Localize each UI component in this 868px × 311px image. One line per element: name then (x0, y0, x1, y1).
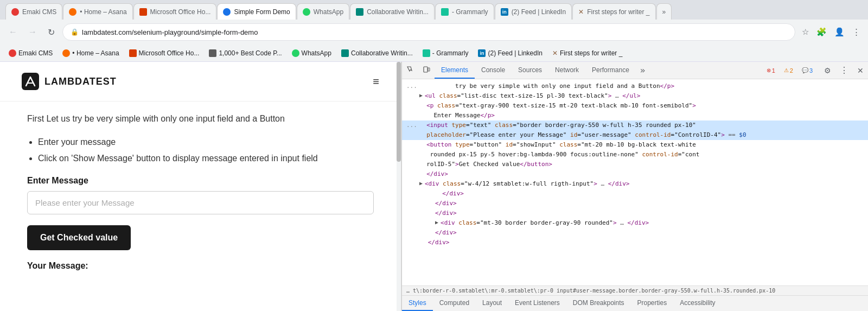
tab-label-lt: Simple Form Demo (234, 8, 290, 16)
devtools-more-tabs[interactable]: » (636, 65, 650, 75)
devtools-options-button[interactable]: ⋮ (835, 63, 853, 78)
bookmark-label-ms: Microsoft Office Ho... (139, 49, 200, 57)
bottom-tab-layout[interactable]: Layout (476, 296, 508, 311)
code-line-button-2: ... rounded px-15 py-5 hover:bg-lambda-9… (402, 150, 868, 160)
bookmark-ms[interactable]: Microsoft Office Ho... (125, 48, 204, 58)
device-icon (423, 66, 430, 73)
tab-more[interactable]: » (656, 3, 672, 20)
extensions-button[interactable]: 🧩 (814, 25, 829, 39)
bookmarks-button[interactable]: ☆ (800, 25, 811, 39)
profile-button[interactable]: 👤 (832, 25, 847, 39)
reload-button[interactable]: ↻ (44, 25, 58, 40)
code-line-close1: ... </div> (402, 169, 868, 179)
instruction-2: Click on 'Show Message' button to displa… (38, 153, 374, 164)
code-line-input[interactable]: ... <input type="text" class="border bor… (402, 120, 868, 130)
instructions-list: Enter your message Click on 'Show Messag… (38, 136, 374, 165)
bookmark-collaborative[interactable]: Collaborative Writin... (337, 48, 417, 58)
tab-grammarly[interactable]: - Grammarly (435, 3, 494, 20)
bookmark-asana[interactable]: • Home – Asana (58, 48, 123, 58)
tab-favicon-gram (441, 8, 449, 16)
tab-favicon-asana (69, 8, 76, 16)
forward-button[interactable]: → (25, 25, 40, 39)
tab-collaborative[interactable]: Collaborative Writin... (350, 3, 435, 20)
bottom-tab-accessibility[interactable]: Accessibility (673, 296, 722, 311)
bookmark-favicon-ms (129, 49, 137, 57)
tab-emaki-cms[interactable]: Emaki CMS (5, 3, 62, 20)
devtools-badges: ⊗ 1 ⚠ 2 💬 3 (760, 67, 820, 74)
devtools-tab-network[interactable]: Network (548, 62, 585, 79)
bookmark-firststeps[interactable]: ✕ First steps for writer _ (548, 48, 627, 58)
devtools-tab-sources[interactable]: Sources (512, 62, 548, 79)
bookmark-codepen[interactable]: 1,000+ Best Code P... (205, 48, 286, 58)
button-label: Get Checked value (40, 233, 118, 242)
address-bar[interactable]: 🔒 lambdatest.com/selenium-playground/sim… (62, 23, 795, 41)
get-checked-value-button[interactable]: Get Checked value (27, 225, 131, 250)
devtools-device-button[interactable] (418, 62, 435, 78)
code-line-2[interactable]: ... ▶ <ul class="list-disc text-size-15 … (402, 91, 868, 101)
tab-label-gram: - Grammarly (452, 8, 488, 16)
devtools-settings-button[interactable]: ⚙ (820, 64, 835, 77)
devtools-tab-elements[interactable]: Elements (435, 62, 475, 79)
scrollbar-track[interactable] (397, 62, 401, 311)
url-text: lambdatest.com/selenium-playground/simpl… (82, 28, 258, 36)
code-line-1: ... try be very simple with only one inp… (402, 81, 868, 91)
tab-firststeps[interactable]: ✕ First steps for writer _ (572, 3, 655, 20)
bookmark-grammarly[interactable]: - Grammarly (418, 48, 473, 58)
bookmark-favicon-asana (62, 49, 70, 57)
bookmark-whatsapp[interactable]: WhatsApp (288, 48, 336, 58)
bookmark-favicon-fs: ✕ (552, 49, 558, 57)
tab-favicon-lt (223, 8, 231, 16)
tab-label-wa: WhatsApp (314, 8, 343, 16)
bookmark-label-collab: Collaborative Writin... (351, 49, 413, 57)
code-line-button-3: ... rolID-5">Get Checked value</button> (402, 160, 868, 169)
tab-ms-office[interactable]: Microsoft Office Ho... (133, 3, 217, 20)
bottom-tab-computed[interactable]: Computed (433, 296, 476, 311)
bookmark-emaki[interactable]: Emaki CMS (4, 48, 57, 58)
devtools-tab-console[interactable]: Console (475, 62, 512, 79)
devtools-inspect-button[interactable] (402, 62, 418, 78)
tab-favicon-fs: ✕ (578, 8, 584, 16)
warn-badge: ⚠ 2 (781, 67, 796, 74)
bookmark-favicon-emaki (9, 49, 16, 57)
tab-favicon-emaki (11, 8, 19, 16)
more-options-button[interactable]: ⋮ (850, 25, 863, 39)
error-badge: ⊗ 1 (764, 67, 778, 74)
tab-label-li: (2) Feed | LinkedIn (512, 8, 566, 16)
code-line-close2: </div> (402, 189, 868, 199)
bottom-tab-styles[interactable]: Styles (402, 296, 433, 311)
bookmark-bar: Emaki CMS • Home – Asana Microsoft Offic… (0, 45, 868, 62)
website-panel: LAMBDATEST ≡ First Let us try be very si… (0, 62, 401, 311)
bottom-tab-dom-breakpoints[interactable]: DOM Breakpoints (566, 296, 631, 311)
tab-label-collab: Collaborative Writin... (367, 8, 429, 16)
info-badge: 💬 3 (799, 67, 815, 74)
tab-label-fs: First steps for writer _ (587, 8, 649, 16)
bottom-tab-event-listeners[interactable]: Event Listeners (508, 296, 566, 311)
tab-linkedin[interactable]: in (2) Feed | LinkedIn (495, 3, 572, 20)
tab-whatsapp[interactable]: WhatsApp (297, 3, 349, 20)
code-line-div-w412[interactable]: ... ▶ <div class="w-4/12 smtablet:w-full… (402, 179, 868, 189)
bookmark-label-gram: - Grammarly (432, 49, 469, 57)
lambdatest-logo-icon (22, 73, 39, 90)
bookmark-favicon-collab (341, 49, 349, 57)
tab-favicon-ms (139, 8, 147, 16)
menu-icon[interactable]: ≡ (373, 75, 379, 88)
back-button[interactable]: ← (5, 25, 21, 39)
website-scroll: LAMBDATEST ≡ First Let us try be very si… (0, 62, 401, 311)
code-line-mt30[interactable]: ▶ <div class="mt-30 border border-gray-9… (402, 218, 868, 228)
devtools-tab-performance[interactable]: Performance (585, 62, 636, 79)
devtools-tabs-bar: Elements Console Sources Network Perform… (435, 62, 760, 79)
devtools-close-button[interactable]: ✕ (853, 64, 868, 77)
site-content: First Let us try be very simple with onl… (0, 101, 401, 282)
message-input[interactable] (27, 191, 374, 214)
bookmark-linkedin[interactable]: in (2) Feed | LinkedIn (474, 48, 547, 58)
tab-asana[interactable]: • Home – Asana (63, 3, 132, 20)
bottom-tab-properties[interactable]: Properties (631, 296, 674, 311)
scrollbar-thumb[interactable] (397, 62, 401, 162)
tab-bar: Emaki CMS • Home – Asana Microsoft Offic… (0, 0, 868, 20)
code-line-input-cont[interactable]: ... placeholder="Please enter your Messa… (402, 130, 868, 140)
devtools-panel: Elements Console Sources Network Perform… (401, 62, 868, 311)
tab-lambdatest[interactable]: Simple Form Demo (217, 3, 296, 20)
bookmark-favicon-wa (292, 49, 299, 57)
site-logo: LAMBDATEST (22, 73, 117, 90)
tab-favicon-li: in (501, 8, 508, 16)
